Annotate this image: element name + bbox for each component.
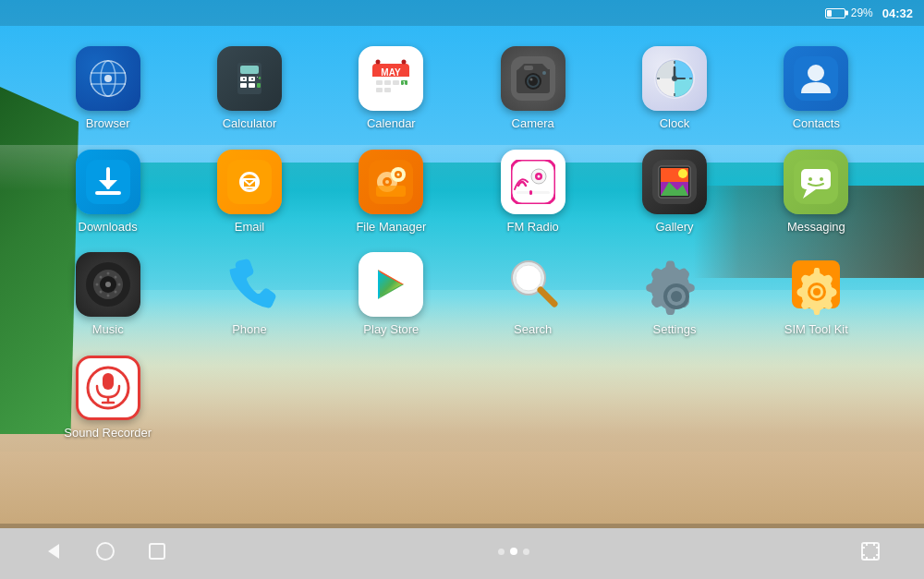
contacts-icon: [784, 46, 848, 111]
page-dot-3: [523, 549, 529, 555]
simtoolkit-label: SIM Tool Kit: [784, 322, 848, 337]
email-label: Email: [235, 220, 265, 235]
camera-icon: [501, 46, 565, 111]
calculator-icon: [217, 46, 282, 111]
app-messaging[interactable]: Messaging: [746, 139, 887, 242]
messaging-icon: [784, 150, 848, 214]
svg-point-94: [99, 276, 102, 279]
clock-label: Clock: [660, 116, 690, 131]
playstore-icon: [359, 252, 423, 317]
phone-icon: [217, 252, 282, 317]
svg-point-92: [99, 291, 102, 294]
app-email[interactable]: Email: [178, 139, 320, 242]
svg-point-91: [106, 295, 109, 297]
settings-icon: [642, 252, 707, 317]
svg-text:MAY: MAY: [382, 67, 402, 78]
messaging-label: Messaging: [787, 220, 845, 235]
calendar-icon: MAY 1: [359, 46, 423, 111]
svg-rect-11: [249, 83, 255, 88]
app-clock[interactable]: Clock: [603, 35, 745, 139]
nav-left: [37, 535, 174, 568]
battery-percent: 29%: [851, 6, 873, 19]
app-settings[interactable]: Settings: [603, 241, 745, 344]
svg-rect-9: [240, 83, 247, 88]
svg-point-100: [518, 268, 539, 288]
svg-point-90: [114, 291, 116, 294]
app-playstore[interactable]: Play Store: [321, 241, 462, 344]
svg-line-99: [541, 290, 554, 304]
battery-body: [825, 8, 845, 18]
svg-rect-35: [524, 66, 533, 70]
svg-point-38: [529, 77, 538, 86]
email-icon: [217, 150, 282, 214]
home-button[interactable]: [89, 535, 122, 568]
app-phone[interactable]: Phone: [178, 241, 320, 344]
app-filemanager[interactable]: File Manager: [321, 139, 462, 242]
svg-rect-12: [257, 77, 258, 78]
svg-point-69: [537, 175, 540, 177]
app-simtoolkit[interactable]: SIM Tool Kit: [746, 241, 887, 344]
svg-point-87: [106, 272, 109, 275]
contacts-label: Contacts: [793, 116, 840, 131]
svg-rect-24: [376, 80, 383, 85]
playstore-label: Play Store: [363, 322, 419, 337]
navigation-bar: [0, 524, 924, 579]
search-icon: [501, 252, 565, 317]
svg-rect-30: [384, 88, 391, 92]
page-indicator: [498, 548, 529, 555]
svg-point-89: [117, 283, 120, 286]
app-calendar[interactable]: MAY 1 Calendar: [321, 35, 462, 139]
app-downloads[interactable]: Downloads: [37, 139, 178, 242]
browser-icon: [76, 46, 140, 111]
nav-right: [854, 535, 887, 568]
app-gallery[interactable]: Gallery: [603, 139, 745, 242]
soundrecorder-label: Sound Recorder: [64, 426, 152, 440]
screenshot-button[interactable]: [854, 535, 887, 568]
status-bar: 29% 04:32: [0, 0, 924, 26]
svg-point-82: [820, 177, 823, 181]
svg-point-77: [678, 169, 687, 178]
app-camera[interactable]: Camera: [462, 35, 603, 139]
app-grid: Browser Calculator: [0, 26, 924, 524]
app-soundrecorder[interactable]: Sound Recorder: [37, 344, 178, 448]
svg-rect-71: [529, 190, 532, 195]
svg-point-93: [95, 283, 98, 286]
fmradio-icon: [501, 150, 565, 214]
svg-rect-70: [517, 191, 550, 194]
app-search[interactable]: Search: [462, 241, 603, 344]
app-music[interactable]: Music: [37, 241, 178, 344]
svg-point-113: [97, 543, 114, 560]
page-dot-2: [510, 548, 517, 555]
back-button[interactable]: [37, 535, 70, 568]
svg-point-86: [105, 282, 111, 287]
downloads-label: Downloads: [79, 220, 138, 235]
app-fmradio[interactable]: FM Radio: [462, 139, 603, 242]
svg-rect-115: [862, 543, 879, 560]
app-calculator[interactable]: Calculator: [178, 35, 320, 139]
browser-label: Browser: [86, 116, 130, 131]
fmradio-label: FM Radio: [506, 220, 558, 235]
calendar-label: Calendar: [367, 116, 416, 131]
downloads-icon: [76, 150, 140, 214]
svg-point-40: [542, 71, 546, 75]
gallery-label: Gallery: [655, 220, 693, 235]
svg-rect-109: [103, 373, 114, 390]
filemanager-icon: [359, 150, 423, 214]
svg-rect-19: [257, 83, 261, 88]
simtoolkit-icon: [784, 252, 848, 317]
svg-point-103: [671, 291, 682, 302]
soundrecorder-icon: [76, 356, 140, 420]
battery-fill: [827, 10, 832, 17]
app-contacts[interactable]: Contacts: [746, 35, 887, 139]
page-dot-1: [498, 549, 505, 555]
battery-icon: [825, 8, 845, 18]
svg-point-51: [808, 65, 824, 81]
svg-rect-53: [95, 191, 121, 195]
app-browser[interactable]: Browser: [37, 35, 178, 139]
music-icon: [76, 252, 140, 317]
recent-button[interactable]: [140, 535, 174, 568]
svg-rect-29: [376, 88, 383, 92]
svg-point-81: [808, 177, 812, 181]
svg-rect-7: [240, 66, 259, 74]
clock-icon: [642, 46, 707, 111]
